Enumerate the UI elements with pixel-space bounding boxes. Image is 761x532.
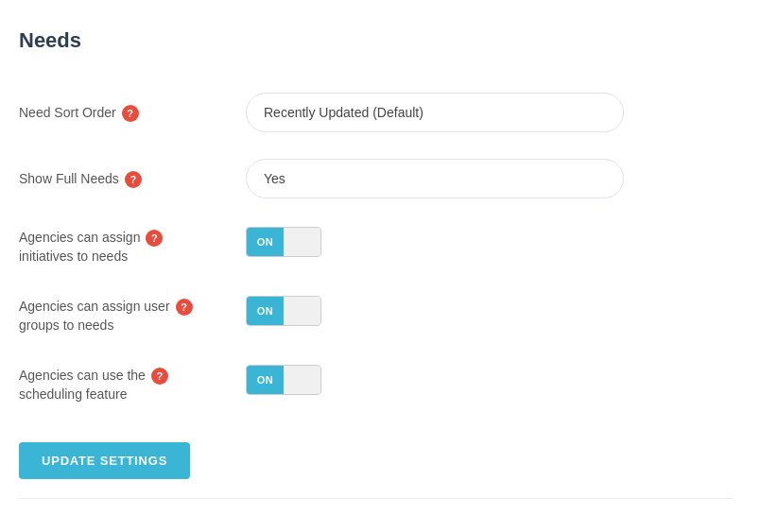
show-full-needs-row: Show Full Needs ? Yes No [19,146,733,212]
show-full-needs-label: Show Full Needs [19,171,119,186]
settings-form: Need Sort Order ? Recently Updated (Defa… [19,79,733,420]
agencies-user-groups-label: Agencies can assign user groups to needs [19,298,170,335]
agencies-initiatives-toggle[interactable]: ON [246,227,321,257]
agencies-scheduling-label-group: Agencies can use the scheduling feature … [19,365,227,403]
agencies-scheduling-label: Agencies can use the scheduling feature [19,367,146,403]
toggle-off-area [284,228,320,256]
show-full-needs-select[interactable]: Yes No [246,159,624,198]
agencies-scheduling-row: Agencies can use the scheduling feature … [19,350,733,419]
show-full-needs-help-icon[interactable]: ? [125,171,142,188]
agencies-initiatives-label-group: Agencies can assign initiatives to needs… [19,227,227,266]
toggle-on-label: ON [247,228,284,256]
update-settings-button[interactable]: UPDATE SETTINGS [19,442,190,479]
agencies-scheduling-toggle[interactable]: ON [246,365,321,395]
agencies-scheduling-help-icon[interactable]: ? [151,368,168,385]
agencies-user-groups-row: Agencies can assign user groups to needs… [19,281,733,350]
need-sort-order-row: Need Sort Order ? Recently Updated (Defa… [19,79,733,146]
agencies-user-groups-toggle[interactable]: ON [246,296,321,326]
need-sort-order-label: Need Sort Order [19,105,116,120]
need-sort-order-select[interactable]: Recently Updated (Default) Alphabetical … [246,93,624,132]
agencies-user-groups-label-group: Agencies can assign user groups to needs… [19,296,227,335]
toggle-off-area-3 [284,366,320,394]
bottom-divider [19,498,733,499]
page-title: Needs [19,28,733,53]
agencies-user-groups-help-icon[interactable]: ? [176,299,193,316]
toggle-off-area-2 [284,297,320,325]
need-sort-order-label-group: Need Sort Order ? [19,104,227,122]
need-sort-order-help-icon[interactable]: ? [122,105,139,122]
show-full-needs-label-group: Show Full Needs ? [19,170,227,188]
agencies-initiatives-label: Agencies can assign initiatives to needs [19,229,140,266]
settings-page: Needs Need Sort Order ? Recently Updated… [0,0,761,532]
agencies-initiatives-help-icon[interactable]: ? [146,230,163,247]
toggle-on-label-2: ON [247,297,284,325]
agencies-initiatives-row: Agencies can assign initiatives to needs… [19,212,733,281]
toggle-on-label-3: ON [247,366,284,394]
